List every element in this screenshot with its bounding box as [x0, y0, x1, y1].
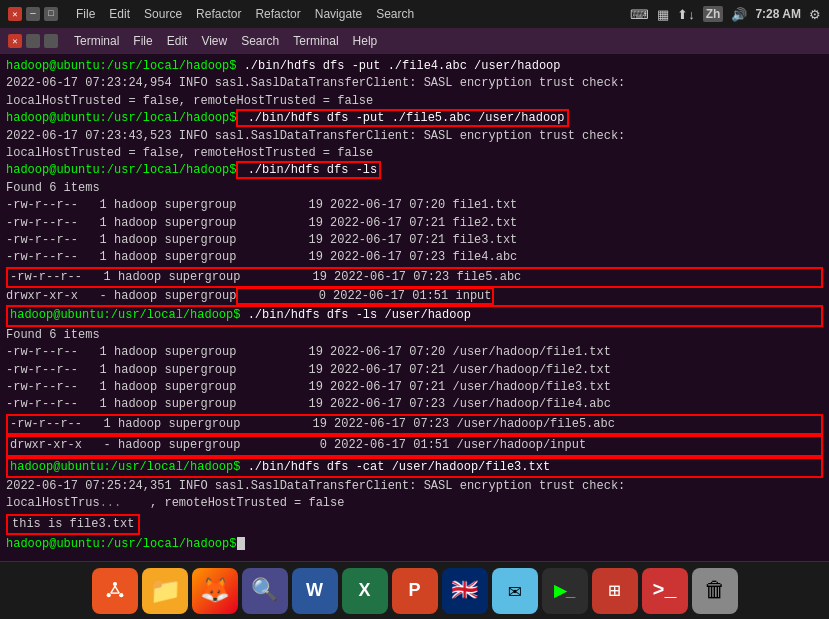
calendar-icon: ▦: [657, 7, 669, 22]
dock-item-word[interactable]: W: [292, 568, 338, 614]
clock: 7:28 AM: [755, 7, 801, 21]
system-bar: ✕ ─ □ File Edit Source Refactor Refactor…: [0, 0, 829, 28]
maximize-button[interactable]: □: [44, 7, 58, 21]
menu-refactor2[interactable]: Refactor: [249, 5, 306, 23]
line-14: drwxr-xr-x - hadoop supergroup 0 2022-06…: [6, 288, 823, 305]
dock-item-powerpoint[interactable]: P: [392, 568, 438, 614]
dock: 📁 🦊 🔍 W X P 🇬🇧 ✉ ▶_ ⊞ >_ 🗑: [0, 561, 829, 619]
dock-item-uk[interactable]: 🇬🇧: [442, 568, 488, 614]
svg-point-1: [112, 581, 116, 585]
volume-icon: 🔊: [731, 7, 747, 22]
line-22: drwxr-xr-x - hadoop supergroup 0 2022-06…: [6, 435, 823, 456]
close-button[interactable]: ✕: [8, 7, 22, 21]
battery-icon: ⬆↓: [677, 7, 695, 22]
dock-item-trash[interactable]: 🗑: [692, 568, 738, 614]
line-19: -rw-r--r-- 1 hadoop supergroup 19 2022-0…: [6, 379, 823, 396]
svg-point-3: [119, 593, 123, 597]
system-menu: File Edit Source Refactor Refactor Navig…: [70, 5, 420, 23]
menu-source[interactable]: Source: [138, 5, 188, 23]
dock-item-grid[interactable]: ⊞: [592, 568, 638, 614]
menu-search[interactable]: Search: [370, 5, 420, 23]
menu-edit[interactable]: Edit: [103, 5, 136, 23]
line-20: -rw-r--r-- 1 hadoop supergroup 19 2022-0…: [6, 396, 823, 413]
dock-item-ubuntu[interactable]: [92, 568, 138, 614]
terminal-minimize[interactable]: [26, 34, 40, 48]
tmenu-terminal1[interactable]: Terminal: [68, 32, 125, 50]
dock-item-excel[interactable]: X: [342, 568, 388, 614]
tmenu-search[interactable]: Search: [235, 32, 285, 50]
terminal-menu: Terminal File Edit View Search Terminal …: [68, 32, 383, 50]
line-1: hadoop@ubuntu:/usr/local/hadoop$ ./bin/h…: [6, 58, 823, 75]
line-3: localHostTrusted = false, remoteHostTrus…: [6, 93, 823, 110]
line-2: 2022-06-17 07:23:24,954 INFO sasl.SaslDa…: [6, 75, 823, 92]
tmenu-edit[interactable]: Edit: [161, 32, 194, 50]
zh-label: Zh: [703, 6, 724, 22]
line-16: Found 6 items: [6, 327, 823, 344]
tmenu-terminal2[interactable]: Terminal: [287, 32, 344, 50]
system-status: ⌨ ▦ ⬆↓ Zh 🔊 7:28 AM ⚙: [630, 6, 821, 22]
line-17: -rw-r--r-- 1 hadoop supergroup 19 2022-0…: [6, 344, 823, 361]
line-15: hadoop@ubuntu:/usr/local/hadoop$ ./bin/h…: [6, 305, 823, 326]
line-18: -rw-r--r-- 1 hadoop supergroup 19 2022-0…: [6, 362, 823, 379]
line-11: -rw-r--r-- 1 hadoop supergroup 19 2022-0…: [6, 232, 823, 249]
line-8: Found 6 items: [6, 180, 823, 197]
line-12: -rw-r--r-- 1 hadoop supergroup 19 2022-0…: [6, 249, 823, 266]
keyboard-icon: ⌨: [630, 7, 649, 22]
terminal-window: ✕ Terminal File Edit View Search Termina…: [0, 28, 829, 561]
line-26: this is file3.txt: [6, 514, 140, 535]
tmenu-view[interactable]: View: [195, 32, 233, 50]
line-27: hadoop@ubuntu:/usr/local/hadoop$: [6, 536, 823, 553]
svg-point-2: [106, 593, 110, 597]
line-23: hadoop@ubuntu:/usr/local/hadoop$ ./bin/h…: [6, 457, 823, 478]
line-21: -rw-r--r-- 1 hadoop supergroup 19 2022-0…: [6, 414, 823, 435]
line-4: hadoop@ubuntu:/usr/local/hadoop$ ./bin/h…: [6, 110, 823, 127]
dock-item-firefox[interactable]: 🦊: [192, 568, 238, 614]
menu-refactor1[interactable]: Refactor: [190, 5, 247, 23]
line-5: 2022-06-17 07:23:43,523 INFO sasl.SaslDa…: [6, 128, 823, 145]
line-24: 2022-06-17 07:25:24,351 INFO sasl.SaslDa…: [6, 478, 823, 495]
window-controls: ✕ ─ □: [8, 7, 58, 21]
line-9: -rw-r--r-- 1 hadoop supergroup 19 2022-0…: [6, 197, 823, 214]
line-10: -rw-r--r-- 1 hadoop supergroup 19 2022-0…: [6, 215, 823, 232]
dock-item-files[interactable]: 📁: [142, 568, 188, 614]
terminal-close[interactable]: ✕: [8, 34, 22, 48]
line-13: -rw-r--r-- 1 hadoop supergroup 19 2022-0…: [6, 267, 823, 288]
dock-item-mail[interactable]: ✉: [492, 568, 538, 614]
terminal-content[interactable]: hadoop@ubuntu:/usr/local/hadoop$ ./bin/h…: [0, 54, 829, 561]
tmenu-file[interactable]: File: [127, 32, 158, 50]
dock-item-prompt[interactable]: >_: [642, 568, 688, 614]
line-25: localHostTrus... , remoteHostTrusted = f…: [6, 495, 823, 512]
menu-navigate[interactable]: Navigate: [309, 5, 368, 23]
terminal-maximize[interactable]: [44, 34, 58, 48]
line-7: hadoop@ubuntu:/usr/local/hadoop$ ./bin/h…: [6, 162, 823, 179]
menu-file[interactable]: File: [70, 5, 101, 23]
tmenu-help[interactable]: Help: [347, 32, 384, 50]
terminal-titlebar: ✕ Terminal File Edit View Search Termina…: [0, 28, 829, 54]
line-6: localHostTrusted = false, remoteHostTrus…: [6, 145, 823, 162]
dock-item-search[interactable]: 🔍: [242, 568, 288, 614]
settings-icon[interactable]: ⚙: [809, 7, 821, 22]
minimize-button[interactable]: ─: [26, 7, 40, 21]
dock-item-terminal[interactable]: ▶_: [542, 568, 588, 614]
